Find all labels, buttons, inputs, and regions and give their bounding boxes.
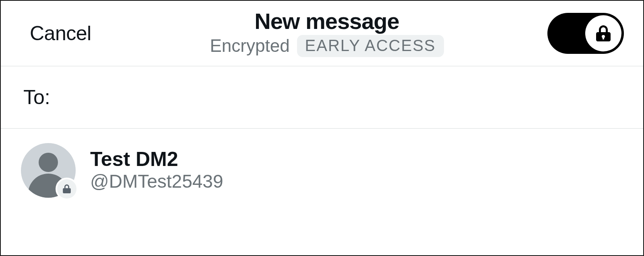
- toggle-wrap: [519, 13, 624, 54]
- header: Cancel New message Encrypted EARLY ACCES…: [1, 1, 643, 66]
- encrypted-label: Encrypted: [210, 36, 290, 56]
- recipient-input[interactable]: [60, 86, 621, 108]
- toggle-knob: [585, 15, 621, 51]
- avatar-lock-badge: [56, 178, 78, 200]
- page-title: New message: [254, 10, 399, 33]
- contact-text: Test DM2 @DMTest25439: [90, 148, 223, 193]
- contact-name: Test DM2: [90, 148, 223, 170]
- encryption-toggle[interactable]: [547, 13, 624, 54]
- subtitle-row: Encrypted EARLY ACCESS: [210, 35, 444, 57]
- to-label: To:: [23, 86, 50, 109]
- cancel-button[interactable]: Cancel: [30, 22, 134, 45]
- to-row: To:: [1, 66, 643, 129]
- early-access-badge: EARLY ACCESS: [297, 35, 444, 57]
- avatar: [21, 143, 76, 198]
- contact-suggestion[interactable]: Test DM2 @DMTest25439: [1, 129, 643, 212]
- new-message-screen: Cancel New message Encrypted EARLY ACCES…: [0, 0, 644, 256]
- title-block: New message Encrypted EARLY ACCESS: [134, 10, 519, 57]
- lock-icon: [595, 25, 611, 42]
- contact-handle: @DMTest25439: [90, 170, 223, 193]
- lock-icon: [62, 184, 71, 194]
